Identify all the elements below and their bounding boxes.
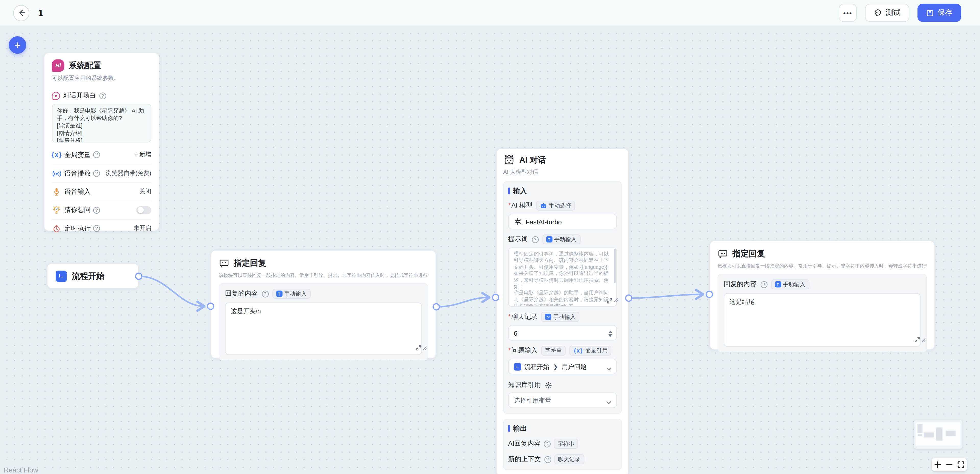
node-title: 指定回复 <box>732 248 765 259</box>
string-type-tag[interactable]: 字符串 <box>541 345 565 356</box>
braces-variable-icon: {x} <box>52 151 61 158</box>
number-stepper <box>608 326 612 341</box>
manual-select-tag[interactable]: 手动选择 <box>536 200 575 211</box>
row-voice-playback[interactable]: 语音播放 浏览器自带(免费) <box>52 164 151 182</box>
bulb-question-icon: ? <box>52 206 61 215</box>
node-title: 系统配置 <box>69 60 101 71</box>
edge-ai-to-reply[interactable] <box>629 294 703 298</box>
reply-bubble-icon <box>219 258 229 269</box>
stepper-up-icon[interactable] <box>608 330 612 333</box>
top-bar-actions: ••• 测试 保存 <box>839 4 961 22</box>
help-icon[interactable] <box>99 92 106 99</box>
edge-reply-to-ai[interactable] <box>436 297 489 307</box>
zoom-in-button[interactable] <box>933 458 943 471</box>
node-description: 该模块可以直接回复一段指定的内容。常用于引导、提示。非字符串内容传入时，会转成字… <box>718 263 927 269</box>
test-button[interactable]: 测试 <box>865 4 910 22</box>
fit-view-button[interactable] <box>956 458 966 471</box>
ref-field: 用户问题 <box>562 362 587 371</box>
textarea-corner <box>915 337 926 342</box>
opening-textarea[interactable]: 你好，我是电影《星际穿越》 AI 助手，有什么可以帮助你的? [导演是谁] [剧… <box>52 103 151 142</box>
toggle-knob <box>137 207 143 213</box>
help-icon[interactable] <box>93 225 100 232</box>
plus-icon <box>934 461 941 468</box>
help-icon[interactable] <box>760 281 767 288</box>
manual-input-tag[interactable]: T 手动输入 <box>542 234 580 244</box>
question-ref-select[interactable]: I.. 流程开始 ❯ 用户问题 <box>508 359 617 374</box>
more-button[interactable]: ••• <box>839 4 857 22</box>
question-input-label: 问题输入 <box>508 346 538 355</box>
opening-label: 对话开场白 <box>63 91 96 100</box>
number-input-icon: n: <box>545 314 551 320</box>
reply-content-textarea[interactable]: 这是结尾 <box>724 293 921 347</box>
test-button-label: 测试 <box>886 7 900 18</box>
expand-icon[interactable] <box>607 298 612 304</box>
ai-dialog-node[interactable]: AI 对话 AI 大模型对话 输入 AI 模型 手动选择 <box>496 148 629 474</box>
manual-input-tag[interactable]: T 手动输入 <box>771 279 809 289</box>
minimap[interactable] <box>914 420 963 449</box>
chevron-right-icon: ❯ <box>553 363 558 370</box>
react-flow-attribution[interactable]: React Flow <box>4 466 38 473</box>
node-subtitle: AI 大模型对话 <box>503 168 622 177</box>
add-variable-button[interactable]: + 新增 <box>134 151 151 159</box>
stepper-down-icon[interactable] <box>608 334 612 337</box>
ref-source: 流程开始 <box>524 362 549 371</box>
add-node-button[interactable]: + <box>9 36 26 54</box>
hi-bubble-icon: Hi <box>52 59 64 72</box>
chat-history-label: 聊天记录 <box>508 312 538 321</box>
node-subtitle: 可以配置应用的系统参数。 <box>52 74 151 83</box>
reply-node-right[interactable]: 指定回复 该模块可以直接回复一段指定的内容。常用于引导、提示。非字符串内容传入时… <box>710 241 935 350</box>
resize-handle-icon[interactable] <box>614 298 618 302</box>
help-icon[interactable] <box>93 170 100 177</box>
manual-input-tag[interactable]: T 手动输入 <box>272 289 310 299</box>
flow-canvas[interactable]: + Hi 系统配置 可以配置应用的系统参数。 <box>0 26 980 474</box>
input-cursor-icon: I.. <box>514 363 521 370</box>
node-title: AI 对话 <box>520 154 546 165</box>
back-button[interactable] <box>13 5 29 21</box>
flow-start-node[interactable]: I.. 流程开始 <box>47 263 139 289</box>
ai-reply-output-label: AI回复内容 <box>508 439 541 448</box>
row-scheduled-run[interactable]: 定时执行 未开启 <box>52 219 151 237</box>
gear-icon[interactable] <box>545 382 552 388</box>
prompt-textarea[interactable]: 模型固定的引导词，通过调整该内容，可以引导模型聊天方向。该内容会被固定在上下文的… <box>508 248 617 307</box>
help-icon[interactable] <box>544 440 550 447</box>
ai-model-select[interactable]: FastAI-turbo <box>508 214 617 229</box>
row-guess-ask[interactable]: ? 猜你想问 <box>52 200 151 219</box>
help-icon[interactable] <box>93 151 100 158</box>
ai-model-value: FastAI-turbo <box>526 218 562 225</box>
help-icon[interactable] <box>544 456 551 463</box>
chat-bubble-icon <box>874 9 882 17</box>
reply-content-label: 回复的内容 <box>724 280 757 289</box>
help-icon[interactable] <box>262 290 269 297</box>
variable-ref-tag[interactable]: {x} 变量引用 <box>570 345 612 356</box>
expand-icon[interactable] <box>415 345 421 350</box>
microphone-icon <box>52 187 61 196</box>
system-config-node[interactable]: Hi 系统配置 可以配置应用的系统参数。 ♥ 对话开场白 你好，我是电影《星际穿… <box>44 52 159 231</box>
reply-content-textarea[interactable]: 这是开头\n <box>225 302 422 355</box>
resize-handle-icon[interactable] <box>423 346 427 350</box>
textarea-scrollbar[interactable] <box>614 249 616 283</box>
reply-content-label: 回复的内容 <box>225 289 258 298</box>
help-icon[interactable] <box>531 236 538 243</box>
guess-ask-toggle[interactable] <box>136 206 151 215</box>
textarea-corner <box>607 298 618 304</box>
reply-bubble-icon <box>718 248 728 259</box>
chat-history-number-input[interactable]: 6 <box>508 325 617 340</box>
zoom-out-button[interactable] <box>944 458 954 471</box>
kb-ref-select[interactable]: 选择引用变量 <box>508 393 617 408</box>
ellipsis-icon: ••• <box>843 9 852 17</box>
braces-variable-icon: {x} <box>573 347 583 353</box>
row-voice-input[interactable]: 语音输入 关闭 <box>52 182 151 200</box>
save-button[interactable]: 保存 <box>918 4 961 22</box>
text-input-icon: T <box>276 291 282 297</box>
resize-handle-icon[interactable] <box>921 338 926 342</box>
edge-start-to-reply[interactable] <box>139 276 204 306</box>
manual-input-tag[interactable]: n: 手动输入 <box>541 312 579 322</box>
chat-history-type-badge: 聊天记录 <box>554 454 584 464</box>
canvas-controls <box>932 458 967 471</box>
reply-node-left[interactable]: 指定回复 该模块可以直接回复一段指定的内容。常用于引导、提示。非字符串内容传入时… <box>211 250 436 359</box>
help-icon[interactable] <box>93 207 100 214</box>
row-global-variables[interactable]: {x} 全局变量 + 新增 <box>52 145 151 164</box>
expand-icon[interactable] <box>915 337 920 342</box>
input-cursor-icon: I.. <box>56 270 67 282</box>
node-description: 该模块可以直接回复一段指定的内容。常用于引导、提示。非字符串内容传入时，会转成字… <box>219 272 428 278</box>
